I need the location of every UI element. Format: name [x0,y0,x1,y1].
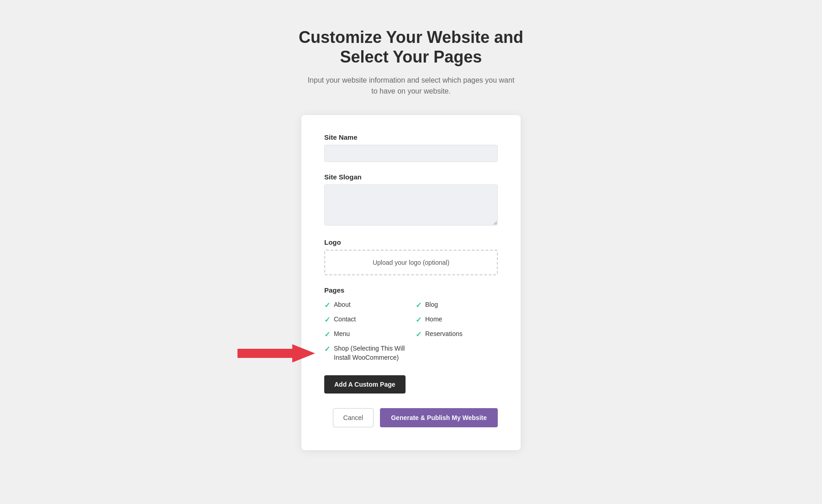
checkmark-reservations: ✓ [416,330,422,339]
checkmark-blog: ✓ [416,301,422,310]
page-wrapper: Customize Your Website and Select Your P… [9,27,813,450]
site-name-input[interactable] [324,145,498,162]
red-arrow-icon [237,342,315,365]
page-item-shop[interactable]: ✓ Shop (Selecting This Will Install WooC… [324,344,406,362]
add-custom-page-button[interactable]: Add A Custom Page [324,375,406,394]
checkmark-menu: ✓ [324,330,330,339]
pages-grid: ✓ About ✓ Blog ✓ Contact ✓ Home ✓ [324,300,498,362]
page-label-about: About [334,300,351,310]
cancel-button[interactable]: Cancel [333,408,374,427]
publish-button[interactable]: Generate & Publish My Website [380,408,498,427]
logo-field: Logo Upload your logo (optional) [324,238,498,275]
logo-label: Logo [324,238,498,246]
page-item-home[interactable]: ✓ Home [416,315,498,324]
page-item-about[interactable]: ✓ About [324,300,406,310]
page-label-blog: Blog [425,300,438,310]
site-slogan-label: Site Slogan [324,173,498,181]
page-label-menu: Menu [334,330,350,339]
site-name-label: Site Name [324,133,498,141]
page-item-contact[interactable]: ✓ Contact [324,315,406,324]
form-card: Site Name Site Slogan Logo Upload your l… [301,115,521,450]
checkmark-home: ✓ [416,315,422,324]
checkmark-about: ✓ [324,301,330,310]
pages-section: Pages ✓ About ✓ Blog ✓ Contact ✓ [324,286,498,362]
page-label-shop: Shop (Selecting This Will Install WooCom… [334,344,406,362]
page-item-menu[interactable]: ✓ Menu [324,330,406,339]
site-slogan-field: Site Slogan [324,173,498,227]
site-slogan-input[interactable] [324,184,498,226]
page-subtitle: Input your website information and selec… [306,75,516,97]
action-row: Cancel Generate & Publish My Website [324,408,498,427]
red-arrow-container [237,342,315,365]
page-label-contact: Contact [334,315,356,324]
page-label-reservations: Reservations [425,330,463,339]
logo-upload-area[interactable]: Upload your logo (optional) [324,250,498,275]
site-name-field: Site Name [324,133,498,162]
page-title: Customize Your Website and Select Your P… [299,27,523,67]
page-label-home: Home [425,315,442,324]
page-item-reservations[interactable]: ✓ Reservations [416,330,498,339]
pages-label: Pages [324,286,498,294]
svg-marker-0 [237,344,315,362]
checkmark-shop: ✓ [324,345,330,353]
logo-upload-text: Upload your logo (optional) [373,259,449,266]
page-item-blog[interactable]: ✓ Blog [416,300,498,310]
header-section: Customize Your Website and Select Your P… [299,27,523,97]
checkmark-contact: ✓ [324,315,330,324]
add-custom-page-wrapper: Add A Custom Page [324,375,498,408]
